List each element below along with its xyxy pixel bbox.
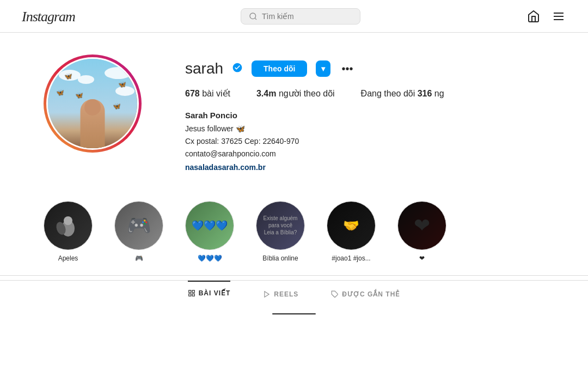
profile-section: 🦋 🦋 🦋 🦋 🦋 sarah Theo dõi bbox=[0, 33, 588, 190]
svg-rect-9 bbox=[188, 294, 191, 296]
highlight-item[interactable]: 💙💙💙 💙💙💙 bbox=[185, 201, 234, 262]
followers-stat[interactable]: 3.4m người theo dõi bbox=[256, 88, 335, 99]
svg-point-0 bbox=[250, 13, 256, 19]
tab-posts-label: BÀI VIẾT bbox=[199, 289, 231, 297]
highlight-circle: ❤ bbox=[397, 201, 446, 250]
highlight-circle: Existe alguém para vocêLeia a Bíblia? bbox=[256, 201, 305, 250]
highlight-label: Apeles bbox=[58, 254, 78, 262]
highlight-circle bbox=[44, 201, 93, 250]
highlight-circle: 💙💙💙 bbox=[185, 201, 234, 250]
highlight-item[interactable]: ❤ ❤ bbox=[397, 201, 446, 262]
username: sarah bbox=[185, 60, 223, 77]
verified-badge bbox=[232, 62, 243, 76]
instagram-logo[interactable]: Instagram bbox=[22, 8, 75, 25]
bio-line1: Jesus follower 🦋 bbox=[185, 123, 555, 135]
highlight-label: ❤ bbox=[419, 254, 425, 262]
avatar[interactable]: 🦋 🦋 🦋 🦋 🦋 bbox=[44, 54, 142, 153]
more-options-button[interactable]: ••• bbox=[339, 63, 355, 75]
avatar-image: 🦋 🦋 🦋 🦋 🦋 bbox=[46, 57, 139, 150]
svg-rect-8 bbox=[192, 290, 194, 292]
posts-stat: 678 bài viết bbox=[185, 88, 230, 99]
search-input[interactable] bbox=[262, 12, 352, 21]
header: Instagram bbox=[0, 0, 588, 33]
highlight-label: 🎮 bbox=[135, 254, 143, 262]
highlight-item[interactable]: Existe alguém para vocêLeia a Bíblia? Bí… bbox=[256, 201, 305, 262]
grid-icon bbox=[188, 289, 195, 297]
search-icon bbox=[249, 12, 258, 21]
follow-dropdown-button[interactable]: ▾ bbox=[316, 60, 330, 77]
profile-header-row: sarah Theo dõi ▾ ••• bbox=[185, 60, 555, 77]
tabs-row: BÀI VIẾT REELS ĐƯỢC GẮN THẺ bbox=[0, 280, 588, 308]
menu-icon[interactable] bbox=[551, 9, 566, 24]
highlight-label: #joao1 #jos... bbox=[332, 254, 370, 262]
bio-line2: Cx postal: 37625 Cep: 22640-970 bbox=[185, 136, 555, 147]
highlight-label: 💙💙💙 bbox=[198, 254, 222, 262]
svg-point-5 bbox=[64, 216, 72, 225]
tab-tagged-label: ĐƯỢC GẮN THẺ bbox=[342, 290, 400, 298]
highlight-label: Bíblia online bbox=[262, 254, 298, 262]
bottom-tab-line bbox=[0, 308, 588, 314]
bio-line3: contato@sarahponcio.com bbox=[185, 148, 555, 160]
highlight-item[interactable]: 🎮 🎮 bbox=[114, 201, 163, 262]
tab-posts[interactable]: BÀI VIẾT bbox=[188, 281, 231, 300]
bio: Sarah Poncio Jesus follower 🦋 Cx postal:… bbox=[185, 110, 555, 174]
home-icon[interactable] bbox=[526, 9, 541, 24]
search-bar[interactable] bbox=[241, 8, 360, 25]
active-tab-indicator bbox=[272, 313, 316, 314]
tag-icon bbox=[331, 290, 339, 298]
video-icon bbox=[263, 290, 271, 298]
tab-reels[interactable]: REELS bbox=[263, 288, 298, 300]
highlight-item[interactable]: Apeles bbox=[44, 201, 93, 262]
follow-button[interactable]: Theo dõi bbox=[252, 60, 307, 77]
bio-link[interactable]: nasaladasarah.com.br bbox=[185, 163, 266, 172]
tab-reels-label: REELS bbox=[274, 290, 298, 298]
svg-rect-7 bbox=[188, 290, 191, 292]
highlight-circle: 🎮 bbox=[114, 201, 163, 250]
following-stat[interactable]: Đang theo dõi 316 ng bbox=[361, 89, 444, 99]
stats-row: 678 bài viết 3.4m người theo dõi Đang th… bbox=[185, 88, 555, 99]
highlights-section: Apeles 🎮 🎮 💙💙💙 💙💙💙 Existe alguém para vo… bbox=[0, 190, 588, 276]
highlight-circle: 🤝 bbox=[327, 201, 376, 250]
avatar-ring: 🦋 🦋 🦋 🦋 🦋 bbox=[44, 54, 142, 153]
svg-rect-10 bbox=[192, 294, 194, 296]
tab-tagged[interactable]: ĐƯỢC GẮN THẺ bbox=[331, 288, 400, 300]
header-icons bbox=[526, 9, 566, 24]
bio-name: Sarah Poncio bbox=[185, 110, 555, 122]
highlight-item[interactable]: 🤝 #joao1 #jos... bbox=[327, 201, 376, 262]
profile-info: sarah Theo dõi ▾ ••• 678 bài viết 3.4m n… bbox=[185, 54, 555, 174]
svg-marker-11 bbox=[265, 291, 269, 297]
